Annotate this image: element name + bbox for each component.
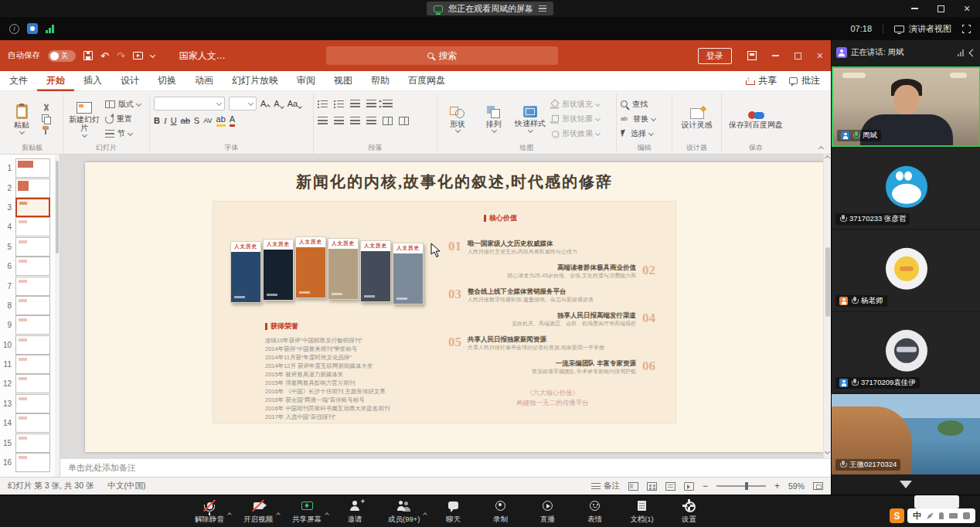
shapes-button[interactable]: 形状 xyxy=(441,106,474,133)
slide-thumbnail-10[interactable]: 10 xyxy=(0,335,60,355)
slide-thumbnail-15[interactable]: 15 xyxy=(0,433,60,452)
align-right-icon[interactable] xyxy=(350,117,360,125)
arrange-button[interactable]: 排列 xyxy=(478,106,510,133)
reset-button[interactable]: 重置 xyxy=(105,114,141,125)
sogou-logo[interactable]: S xyxy=(890,508,904,523)
shrink-font-button[interactable]: A xyxy=(274,100,283,108)
ppt-close-button[interactable]: × xyxy=(817,50,823,61)
ime-settings-icon[interactable] xyxy=(963,512,970,519)
fit-to-window-icon[interactable] xyxy=(813,482,823,490)
chevron-up-icon[interactable] xyxy=(424,505,427,519)
pen-icon[interactable] xyxy=(927,512,934,519)
italic-button[interactable]: I xyxy=(164,117,167,125)
copy-icon[interactable] xyxy=(42,114,50,123)
slide-thumbnail-7[interactable]: 7 xyxy=(0,276,60,295)
font-size-select[interactable] xyxy=(229,97,257,110)
login-button[interactable]: 登录 xyxy=(698,48,732,64)
slide-thumbnail-12[interactable]: 12 xyxy=(0,374,60,393)
save-to-baidu-button[interactable]: 保存到百度网盘 xyxy=(729,108,783,130)
tab-baidu-netdisk[interactable]: 百度网盘 xyxy=(399,71,454,91)
tab-home[interactable]: 开始 xyxy=(37,71,74,91)
align-left-icon[interactable] xyxy=(318,117,328,125)
slide-thumbnail-5[interactable]: 5 xyxy=(0,237,60,257)
redo-icon[interactable]: ↷ xyxy=(117,51,125,61)
window-maximize-button[interactable] xyxy=(927,0,954,17)
format-painter-icon[interactable] xyxy=(42,126,49,134)
slide-sorter-view-icon[interactable] xyxy=(647,482,657,491)
section-button[interactable]: 节 xyxy=(105,128,141,140)
scroll-down-arrow-icon[interactable] xyxy=(900,481,912,488)
share-button[interactable]: 共享 xyxy=(746,74,777,87)
settings-button[interactable]: 设置 xyxy=(675,499,703,525)
collapse-panel-icon[interactable] xyxy=(969,49,977,56)
character-spacing-button[interactable]: AV xyxy=(203,117,212,124)
decrease-indent-icon[interactable] xyxy=(350,100,360,108)
search-input[interactable]: 搜索 xyxy=(326,46,558,65)
undo-icon[interactable]: ↶ xyxy=(100,51,109,61)
reading-view-icon[interactable] xyxy=(665,482,675,491)
ribbon-display-options-icon[interactable] xyxy=(747,51,757,60)
line-spacing-icon[interactable] xyxy=(383,100,393,108)
select-button[interactable]: 选择 xyxy=(621,128,668,140)
grow-font-button[interactable]: A xyxy=(260,100,270,108)
banner-menu-icon[interactable] xyxy=(539,5,546,12)
zoom-percentage[interactable]: 59% xyxy=(788,481,805,491)
font-name-select[interactable] xyxy=(154,97,225,110)
keyboard-icon[interactable] xyxy=(949,513,958,518)
layout-button[interactable]: 版式 xyxy=(105,99,141,110)
chevron-up-icon[interactable] xyxy=(325,505,328,519)
video-tile-wangwei[interactable]: 王微02170324 xyxy=(832,394,980,474)
start-video-button[interactable]: 开启视频 xyxy=(243,499,273,525)
change-case-button[interactable]: Aa xyxy=(288,100,301,108)
font-color-button[interactable]: A xyxy=(230,115,235,127)
unmute-button[interactable]: 解除静音 xyxy=(195,499,224,525)
chat-button[interactable]: 聊天 xyxy=(439,499,467,525)
paste-button[interactable]: 粘贴 xyxy=(5,104,38,134)
zoom-out-button[interactable]: − xyxy=(703,481,708,491)
tab-slideshow[interactable]: 幻灯片放映 xyxy=(223,71,288,91)
chevron-down-icon[interactable] xyxy=(150,52,155,57)
live-stream-button[interactable]: 直播 xyxy=(533,499,561,525)
members-button[interactable]: 成员(99+) xyxy=(388,499,420,525)
tab-file[interactable]: 文件 xyxy=(0,71,37,91)
invite-button[interactable]: + 邀请 xyxy=(341,499,369,525)
normal-view-icon[interactable] xyxy=(628,482,638,491)
tab-design[interactable]: 设计 xyxy=(111,71,148,91)
new-slide-button[interactable]: 新建幻灯片 xyxy=(67,102,101,137)
shape-fill-button[interactable]: 形状填充 xyxy=(550,99,600,110)
thumbnail-scrollbar[interactable] xyxy=(55,155,60,477)
comments-button[interactable]: 批注 xyxy=(789,74,820,87)
video-tile-zhangyanzhe[interactable]: 37170233 张彦哲 xyxy=(832,148,980,229)
share-screen-button[interactable]: 共享屏幕 xyxy=(292,499,322,525)
speaker-view-button[interactable]: 演讲者视图 xyxy=(894,23,951,35)
video-tile-zhoubin[interactable]: 周斌 xyxy=(832,66,980,147)
slide-thumbnail-3-selected[interactable]: 3 xyxy=(0,198,60,217)
autosave-toggle[interactable]: 关 xyxy=(48,50,76,62)
tab-help[interactable]: 帮助 xyxy=(362,71,399,91)
ribbon-collapse-icon[interactable] xyxy=(818,146,824,151)
zoom-slider[interactable] xyxy=(716,485,766,487)
slide-thumbnail-14[interactable]: 14 xyxy=(0,413,60,433)
shape-outline-button[interactable]: 形状轮廓 xyxy=(550,114,600,125)
record-button[interactable]: 录制 xyxy=(486,499,514,525)
highlight-color-button[interactable]: ab xyxy=(216,115,226,127)
columns-icon[interactable] xyxy=(383,117,393,125)
replace-button[interactable]: 替换 xyxy=(621,114,668,125)
video-tile-yuanjiayi[interactable]: 37170209袁佳伊 xyxy=(832,312,980,393)
tab-view[interactable]: 视图 xyxy=(325,71,362,91)
voice-input-icon[interactable] xyxy=(939,512,944,519)
save-icon[interactable] xyxy=(83,51,93,60)
text-shadow-button[interactable]: S xyxy=(194,117,199,125)
slide-thumbnail-13[interactable]: 13 xyxy=(0,394,60,413)
fullscreen-icon[interactable] xyxy=(962,25,971,33)
tab-transitions[interactable]: 切换 xyxy=(148,71,185,91)
video-tile-yanglaoshi[interactable]: 杨老师 xyxy=(832,230,980,311)
underline-button[interactable]: U xyxy=(171,117,177,125)
notes-pane[interactable]: 单击此处添加备注 xyxy=(60,458,831,477)
text-direction-icon[interactable] xyxy=(399,117,409,125)
chevron-up-icon[interactable] xyxy=(228,505,231,519)
slide-thumbnail-11[interactable]: 11 xyxy=(0,355,60,374)
network-stats-icon[interactable] xyxy=(46,25,54,33)
ime-mode-indicator[interactable]: 中 xyxy=(913,510,921,522)
reactions-button[interactable]: 表情 xyxy=(580,499,608,525)
